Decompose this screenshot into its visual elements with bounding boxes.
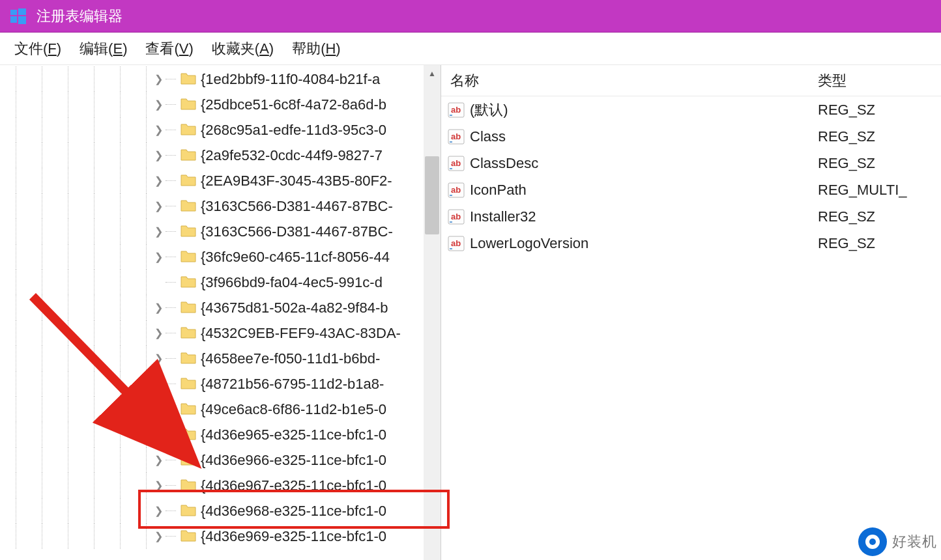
tree-item-label: {4658ee7e-f050-11d1-b6bd- bbox=[201, 350, 380, 367]
tree-item[interactable]: {3f966bd9-fa04-4ec5-991c-d bbox=[0, 270, 441, 295]
tree-item[interactable]: ❯{48721b56-6795-11d2-b1a8- bbox=[0, 371, 441, 397]
tree-item-label: {48721b56-6795-11d2-b1a8- bbox=[201, 376, 384, 393]
tree-item-label: {4532C9EB-FEF9-43AC-83DA- bbox=[201, 325, 401, 342]
tree-item-label: {36fc9e60-c465-11cf-8056-44 bbox=[201, 249, 390, 266]
folder-icon bbox=[177, 427, 201, 443]
tree-item-label: {3163C566-D381-4467-87BC- bbox=[201, 223, 393, 240]
tree-item-label: {43675d81-502a-4a82-9f84-b bbox=[201, 300, 388, 316]
string-value-icon: ab bbox=[448, 129, 465, 145]
menu-help[interactable]: 帮助(H) bbox=[283, 35, 350, 63]
tree-item[interactable]: ❯{4532C9EB-FEF9-43AC-83DA- bbox=[0, 320, 441, 346]
tree-panel: ❯{1ed2bbf9-11f0-4084-b21f-a❯{25dbce51-6c… bbox=[0, 65, 441, 560]
svg-text:ab: ab bbox=[451, 212, 461, 221]
folder-icon bbox=[177, 452, 201, 469]
tree-item[interactable]: ❯{268c95a1-edfe-11d3-95c3-0 bbox=[0, 117, 441, 143]
folder-icon bbox=[177, 223, 201, 240]
folder-icon bbox=[177, 300, 201, 316]
tree-item-label: {1ed2bbf9-11f0-4084-b21f-a bbox=[201, 71, 380, 88]
value-row[interactable]: abClassDescREG_SZ bbox=[441, 150, 941, 176]
values-panel: 名称 类型 ab(默认)REG_SZabClassREG_SZabClassDe… bbox=[441, 65, 941, 560]
value-name: Class bbox=[470, 128, 809, 145]
tree-item[interactable]: ❯{49ce6ac8-6f86-11d2-b1e5-0 bbox=[0, 397, 441, 422]
tree-item[interactable]: ❯{4d36e966-e325-11ce-bfc1-0 bbox=[0, 447, 441, 473]
value-name: (默认) bbox=[470, 100, 809, 120]
value-row[interactable]: ab(默认)REG_SZ bbox=[441, 96, 941, 123]
value-name: IconPath bbox=[470, 182, 809, 199]
folder-icon bbox=[177, 147, 201, 164]
folder-icon bbox=[177, 325, 201, 342]
tree-item[interactable]: ❯{43675d81-502a-4a82-9f84-b bbox=[0, 295, 441, 320]
column-type-header[interactable]: 类型 bbox=[809, 71, 941, 91]
folder-icon bbox=[177, 249, 201, 266]
tree-item[interactable]: ❯{3163C566-D381-4467-87BC- bbox=[0, 193, 441, 219]
svg-rect-0 bbox=[10, 10, 17, 15]
value-row[interactable]: abClassREG_SZ bbox=[441, 123, 941, 150]
folder-icon bbox=[177, 274, 201, 291]
svg-rect-2 bbox=[10, 16, 17, 23]
tree-item[interactable]: ❯{3163C566-D381-4467-87BC- bbox=[0, 219, 441, 244]
svg-text:ab: ab bbox=[451, 238, 461, 248]
tree-item-label: {4d36e965-e325-11ce-bfc1-0 bbox=[201, 427, 386, 443]
tree-item-label: {25dbce51-6c8f-4a72-8a6d-b bbox=[201, 96, 386, 113]
tree-item[interactable]: ❯{25dbce51-6c8f-4a72-8a6d-b bbox=[0, 92, 441, 117]
tree-item-label: {4d36e966-e325-11ce-bfc1-0 bbox=[201, 452, 386, 469]
folder-icon bbox=[177, 376, 201, 393]
tree-item-label: {3163C566-D381-4467-87BC- bbox=[201, 198, 393, 215]
watermark-logo-icon bbox=[858, 527, 887, 556]
tree-item-label: {4d36e967-e325-11ce-bfc1-0 bbox=[201, 477, 386, 494]
tree-item[interactable]: ❯{2EA9B43F-3045-43B5-80F2- bbox=[0, 168, 441, 193]
value-type: REG_SZ bbox=[809, 235, 941, 252]
titlebar: 注册表编辑器 bbox=[0, 0, 941, 33]
tree-item[interactable]: ❯{4d36e967-e325-11ce-bfc1-0 bbox=[0, 473, 441, 498]
menu-view[interactable]: 查看(V) bbox=[136, 35, 202, 63]
tree-item[interactable]: ❯{4658ee7e-f050-11d1-b6bd- bbox=[0, 346, 441, 371]
watermark: 好装机 bbox=[858, 527, 937, 556]
tree-item[interactable]: ❯{4d36e965-e325-11ce-bfc1-0 bbox=[0, 422, 441, 447]
svg-rect-1 bbox=[18, 8, 26, 15]
value-row[interactable]: abLowerLogoVersionREG_SZ bbox=[441, 230, 941, 257]
scroll-up-icon[interactable]: ▲ bbox=[424, 65, 441, 82]
string-value-icon: ab bbox=[448, 182, 465, 198]
string-value-icon: ab bbox=[448, 102, 465, 118]
column-name-header[interactable]: 名称 bbox=[441, 71, 809, 91]
app-icon bbox=[9, 7, 27, 25]
menu-edit[interactable]: 编辑(E) bbox=[70, 35, 136, 63]
value-type: REG_SZ bbox=[809, 208, 941, 225]
folder-icon bbox=[177, 198, 201, 215]
watermark-text: 好装机 bbox=[892, 532, 937, 552]
svg-text:ab: ab bbox=[451, 185, 461, 195]
value-name: Installer32 bbox=[470, 208, 809, 225]
folder-icon bbox=[177, 528, 201, 545]
tree-item[interactable]: ❯{2a9fe532-0cdc-44f9-9827-7 bbox=[0, 143, 441, 168]
value-type: REG_SZ bbox=[809, 128, 941, 145]
scroll-thumb[interactable] bbox=[425, 156, 439, 234]
menubar: 文件(F) 编辑(E) 查看(V) 收藏夹(A) 帮助(H) bbox=[0, 33, 941, 65]
tree-item[interactable]: ❯{4d36e969-e325-11ce-bfc1-0 bbox=[0, 524, 441, 549]
folder-icon bbox=[177, 503, 201, 520]
tree-item[interactable]: ❯{4d36e968-e325-11ce-bfc1-0 bbox=[0, 498, 441, 524]
tree-item-label: {2a9fe532-0cdc-44f9-9827-7 bbox=[201, 147, 383, 164]
content-area: ❯{1ed2bbf9-11f0-4084-b21f-a❯{25dbce51-6c… bbox=[0, 65, 941, 560]
tree-item-label: {3f966bd9-fa04-4ec5-991c-d bbox=[201, 274, 383, 291]
string-value-icon: ab bbox=[448, 236, 465, 251]
svg-rect-3 bbox=[18, 16, 26, 24]
string-value-icon: ab bbox=[448, 156, 465, 171]
value-row[interactable]: abInstaller32REG_SZ bbox=[441, 203, 941, 230]
tree-item-label: {49ce6ac8-6f86-11d2-b1e5-0 bbox=[201, 401, 386, 418]
value-name: ClassDesc bbox=[470, 155, 809, 172]
values-header: 名称 类型 bbox=[441, 65, 941, 96]
value-row[interactable]: abIconPathREG_MULTI_ bbox=[441, 176, 941, 203]
menu-favorites[interactable]: 收藏夹(A) bbox=[203, 35, 283, 63]
window-title: 注册表编辑器 bbox=[36, 7, 123, 26]
folder-icon bbox=[177, 122, 201, 139]
tree-item-label: {4d36e969-e325-11ce-bfc1-0 bbox=[201, 528, 386, 545]
menu-file[interactable]: 文件(F) bbox=[5, 35, 70, 63]
tree-item[interactable]: ❯{36fc9e60-c465-11cf-8056-44 bbox=[0, 244, 441, 270]
svg-text:ab: ab bbox=[451, 158, 461, 168]
folder-icon bbox=[177, 71, 201, 88]
folder-icon bbox=[177, 173, 201, 189]
value-type: REG_SZ bbox=[809, 155, 941, 172]
tree-scrollbar[interactable]: ▲ bbox=[424, 65, 441, 560]
svg-text:ab: ab bbox=[451, 105, 461, 115]
tree-item[interactable]: ❯{1ed2bbf9-11f0-4084-b21f-a bbox=[0, 66, 441, 92]
